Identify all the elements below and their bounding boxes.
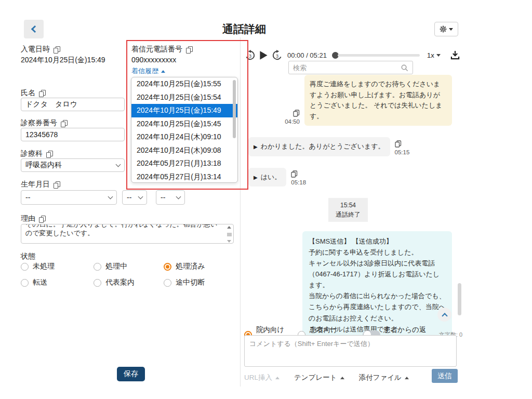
chevron-up-icon bbox=[340, 377, 344, 379]
caller-message-bubble: ▶はい。 bbox=[248, 168, 286, 187]
department-label: 診療科 bbox=[21, 149, 52, 158]
audio-player: 3 3 00:00 / 05:21 1x bbox=[244, 48, 462, 62]
chevron-down-icon bbox=[108, 194, 113, 200]
copy-message-button[interactable] bbox=[291, 170, 298, 178]
caller-phone-value: 090xxxxxxxxx bbox=[131, 56, 176, 64]
seek-track[interactable] bbox=[338, 54, 420, 57]
settings-menu-button[interactable] bbox=[434, 22, 458, 36]
forward-3-button[interactable]: 3 bbox=[271, 49, 283, 61]
call-history-item[interactable]: 2024年10月25日(金)15:45 bbox=[131, 117, 237, 131]
name-field[interactable] bbox=[21, 98, 125, 111]
status-radio-未処理[interactable]: 未処理 bbox=[21, 262, 94, 271]
call-ended-badge: 15:54通話終了 bbox=[328, 198, 368, 222]
radio-icon bbox=[94, 263, 101, 271]
radio-icon bbox=[94, 279, 101, 287]
reason-scrollbar[interactable] bbox=[226, 226, 232, 243]
message-row: ▶わかりました。ありがとうございます。05:15 bbox=[244, 137, 452, 156]
message-meta: 05:15 bbox=[395, 140, 410, 156]
copy-icon[interactable] bbox=[46, 151, 52, 157]
chevron-down-icon bbox=[176, 194, 181, 200]
chevron-down-icon bbox=[449, 28, 453, 31]
status-radio-途中切断[interactable]: 途中切断 bbox=[164, 278, 239, 287]
call-history-item[interactable]: 2024年10月24日(木)09:10 bbox=[131, 130, 237, 144]
name-label: 氏名 bbox=[21, 88, 45, 98]
search-icon bbox=[401, 64, 408, 72]
call-history-item[interactable]: 2024年05月27日(月)13:14 bbox=[131, 170, 237, 183]
comment-input[interactable] bbox=[244, 335, 457, 367]
status-radio-処理中[interactable]: 処理中 bbox=[94, 262, 164, 271]
chevron-down-icon bbox=[116, 162, 121, 167]
scrollbar-thumb[interactable] bbox=[227, 233, 232, 236]
status-radio-group: 未処理処理中処理済み転送代表案内途中切断 bbox=[21, 262, 239, 287]
card-number-field[interactable] bbox=[21, 128, 125, 141]
page-title: 通話詳細 bbox=[0, 22, 488, 36]
copy-message-button[interactable] bbox=[293, 110, 300, 117]
chevron-down-icon bbox=[436, 54, 441, 57]
attachment-button[interactable]: 添付ファイル bbox=[359, 373, 409, 382]
chevron-up-icon bbox=[161, 70, 165, 73]
rewind-3-button[interactable]: 3 bbox=[244, 49, 256, 61]
copy-icon[interactable] bbox=[39, 216, 45, 222]
status-radio-転送[interactable]: 転送 bbox=[21, 278, 94, 287]
radio-icon bbox=[21, 279, 29, 287]
message-time: 05:15 bbox=[395, 149, 410, 155]
copy-message-button[interactable] bbox=[395, 140, 402, 148]
birth-year-select[interactable]: -- bbox=[21, 190, 117, 205]
call-datetime-value: 2024年10月25日(金)15:49 bbox=[21, 56, 105, 65]
call-datetime-label: 入電日時 bbox=[21, 45, 60, 54]
chevron-up-icon bbox=[275, 377, 280, 379]
message-row: ▶はい。05:18 bbox=[244, 168, 452, 187]
scroll-down-arrow-icon[interactable] bbox=[227, 240, 231, 243]
call-history-item[interactable]: 2024年05月27日(月)13:18 bbox=[131, 157, 237, 170]
copy-icon[interactable] bbox=[54, 181, 60, 188]
message-row: 04:50再度ご連絡をしますのでお待ちくださいますようお願い申し上げます。お電話… bbox=[244, 75, 452, 126]
caller-message-bubble: ▶わかりました。ありがとうございます。 bbox=[248, 137, 390, 156]
message-time: 05:18 bbox=[291, 179, 306, 185]
chat-scrollbar[interactable] bbox=[458, 283, 461, 315]
template-button[interactable]: テンプレート bbox=[294, 373, 344, 382]
chevron-up-icon bbox=[405, 377, 409, 379]
message-meta: 05:18 bbox=[291, 170, 306, 187]
radio-selected-icon bbox=[164, 263, 171, 271]
download-button[interactable] bbox=[450, 50, 460, 60]
birth-month-select[interactable]: -- bbox=[122, 190, 147, 205]
call-history-item[interactable]: 2024年10月24日(木)09:08 bbox=[131, 144, 237, 157]
compose-footer: URL挿入 テンプレート 添付ファイル 送信 bbox=[244, 373, 462, 382]
reason-text: その日に。予定が入りまして。行かれなくなった。都合が悪いので変更したいです。 bbox=[25, 224, 224, 237]
chevron-up-icon bbox=[442, 313, 447, 318]
call-history-dropdown: 2024年10月25日(金)15:552024年10月25日(金)15:5420… bbox=[131, 77, 238, 183]
call-history-item[interactable]: 2024年10月25日(金)15:54 bbox=[131, 91, 237, 104]
agent-message-bubble: 再度ご連絡をしますのでお待ちくださいますようお願い申し上げます。お電話ありがとう… bbox=[304, 75, 452, 126]
dropdown-scrollbar[interactable] bbox=[233, 80, 236, 138]
copy-icon[interactable] bbox=[186, 46, 192, 53]
speed-select[interactable]: 1x bbox=[427, 51, 441, 59]
status-radio-代表案内[interactable]: 代表案内 bbox=[94, 278, 164, 287]
call-history-item[interactable]: 2024年10月25日(金)15:49 bbox=[131, 104, 237, 117]
system-event-row: 15:54通話終了 bbox=[244, 198, 452, 222]
copy-icon[interactable] bbox=[61, 120, 67, 127]
play-segment-icon[interactable]: ▶ bbox=[254, 175, 258, 180]
status-label: 状態 bbox=[21, 252, 35, 261]
copy-icon[interactable] bbox=[54, 46, 60, 53]
radio-icon bbox=[164, 279, 171, 287]
play-segment-icon[interactable]: ▶ bbox=[254, 144, 258, 150]
svg-text:3: 3 bbox=[276, 52, 278, 58]
call-history-item[interactable]: 2024年10月25日(金)15:55 bbox=[131, 77, 237, 91]
panel-divider bbox=[240, 37, 241, 387]
scroll-up-arrow-icon[interactable] bbox=[227, 226, 231, 229]
scroll-to-top-button[interactable] bbox=[437, 308, 451, 322]
call-history-toggle[interactable]: 着信履歴 bbox=[131, 66, 165, 76]
playback-time: 00:00 / 05:21 bbox=[287, 51, 327, 59]
department-select[interactable]: 呼吸器内科 bbox=[21, 158, 125, 172]
birth-day-select[interactable]: -- bbox=[156, 190, 185, 205]
save-button[interactable]: 保存 bbox=[117, 367, 145, 381]
svg-text:3: 3 bbox=[249, 52, 251, 58]
url-insert-button[interactable]: URL挿入 bbox=[244, 373, 280, 382]
send-button[interactable]: 送信 bbox=[432, 369, 458, 383]
copy-icon[interactable] bbox=[39, 90, 45, 97]
status-radio-処理済み[interactable]: 処理済み bbox=[164, 262, 239, 271]
birthdate-label: 生年月日 bbox=[21, 180, 60, 189]
search-input[interactable] bbox=[293, 64, 401, 72]
reason-field[interactable]: その日に。予定が入りまして。行かれなくなった。都合が悪いので変更したいです。 bbox=[21, 224, 234, 244]
play-button[interactable] bbox=[259, 50, 268, 60]
